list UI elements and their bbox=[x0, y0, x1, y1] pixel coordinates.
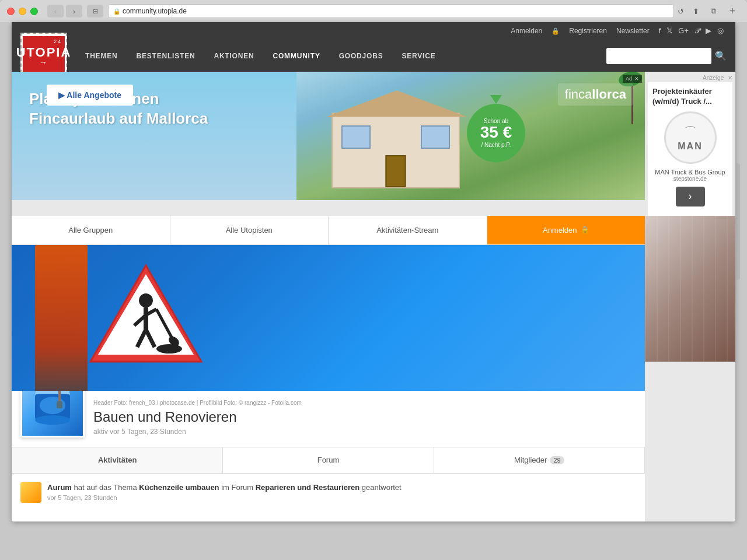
ad-label: Ad bbox=[626, 76, 632, 82]
tab-activity-stream[interactable]: Aktivitäten-Stream bbox=[329, 216, 487, 244]
price-bubble: Schon ab 35 € / Nacht p.P. bbox=[467, 95, 525, 162]
member-count-badge: 29 bbox=[550, 456, 564, 464]
sidebar-ad-x[interactable]: ✕ bbox=[728, 75, 732, 81]
activity-user: Aurum bbox=[47, 483, 72, 492]
close-button[interactable] bbox=[7, 8, 15, 15]
right-sidebar bbox=[645, 216, 735, 522]
tab-switcher[interactable]: ⊟ bbox=[87, 5, 103, 18]
browser-nav-buttons: ‹ › bbox=[47, 5, 82, 18]
tabs-bar: Alle Gruppen Alle Utopisten Aktivitäten-… bbox=[12, 216, 645, 245]
sidebar-ads-top: Anzeige ✕ Projekteinkäufer (w/m/d) Truck… bbox=[645, 72, 735, 216]
tabs-section: Alle Gruppen Alle Utopisten Aktivitäten-… bbox=[12, 216, 735, 522]
subtab-mitglieder[interactable]: Mitglieder 29 bbox=[434, 447, 644, 473]
scrollbar[interactable] bbox=[735, 163, 740, 280]
logo-inner: 24 UTOPIA → bbox=[23, 36, 65, 76]
nav-service[interactable]: SERVICE bbox=[392, 40, 445, 72]
person-figure bbox=[35, 245, 88, 391]
traffic-lights bbox=[7, 8, 38, 15]
activity-feed: Aurum hat auf das Thema Küchenzeile umba… bbox=[12, 475, 645, 522]
instagram-icon[interactable]: ◎ bbox=[717, 26, 724, 36]
main-nav: THEMEN BESTENLISTEN AKTIONEN COMMUNITY G… bbox=[76, 40, 606, 72]
activity-text: Aurum hat auf das Thema Küchenzeile umba… bbox=[47, 482, 402, 494]
ad-text-overlay: Plane jetzt Deinen Fincaurlaub auf Mallo… bbox=[29, 89, 208, 129]
security-icon: 🔒 bbox=[113, 8, 120, 15]
address-bar[interactable]: 🔒 community.utopia.de bbox=[108, 4, 674, 18]
sidebar-ad-title: Projekteinkäufer (w/m/d) Truck /... bbox=[652, 87, 728, 107]
website-wrapper: Anmelden 🔒 Registrieren Newsletter f 𝕏 G… bbox=[12, 22, 735, 522]
ad-banner[interactable]: Plane jetzt Deinen Fincaurlaub auf Mallo… bbox=[12, 72, 645, 200]
register-link[interactable]: Registrieren bbox=[569, 27, 607, 35]
logo-24: 24 bbox=[54, 38, 62, 44]
svg-point-10 bbox=[156, 344, 182, 354]
logo-arrow: → bbox=[39, 58, 48, 67]
back-button[interactable]: ‹ bbox=[47, 5, 64, 18]
youtube-icon[interactable]: ▶ bbox=[706, 26, 711, 36]
top-bar: Anmelden 🔒 Registrieren Newsletter f 𝕏 G… bbox=[12, 22, 735, 40]
social-icons: f 𝕏 G+ 𝒫 ▶ ◎ bbox=[659, 26, 724, 36]
search-input[interactable] bbox=[606, 48, 711, 64]
sidebar-ad-label: Anzeige ✕ bbox=[648, 75, 732, 81]
sidebar-ad-site: stepstone.de bbox=[652, 176, 728, 182]
activity-forum: Reparieren und Restaurieren bbox=[256, 483, 359, 492]
newsletter-link[interactable]: Newsletter bbox=[616, 27, 650, 35]
group-title: Bauen und Renovieren bbox=[93, 409, 636, 425]
sidebar-ad-company: MAN Truck & Bus Group bbox=[652, 169, 728, 176]
nav-community[interactable]: COMMUNITY bbox=[264, 40, 330, 72]
subtab-aktivitaeten[interactable]: Aktivitäten bbox=[12, 447, 223, 473]
house-door bbox=[385, 155, 406, 187]
activity-topic: Küchenzeile umbauen bbox=[139, 483, 219, 492]
price-circle: Schon ab 35 € / Nacht p.P. bbox=[467, 104, 525, 162]
sidebar-ad-next[interactable]: › bbox=[676, 187, 705, 206]
house-window-right bbox=[421, 125, 450, 149]
group-hero bbox=[12, 245, 645, 391]
svg-rect-16 bbox=[57, 401, 62, 408]
address-bar-area: 🔒 community.utopia.de ↺ bbox=[108, 4, 684, 18]
browser-actions: ⬆ ⧉ bbox=[689, 5, 720, 18]
man-logo-inner: ⌒ MAN bbox=[678, 124, 702, 152]
ad-section: Plane jetzt Deinen Fincaurlaub auf Mallo… bbox=[12, 72, 735, 216]
profile-section: Header Foto: french_03 / photocase.de | … bbox=[12, 391, 645, 446]
construction-sign bbox=[88, 262, 204, 367]
login-lock-icon: 🔒 bbox=[551, 27, 560, 35]
tab-lock-icon: 🔒 bbox=[581, 226, 589, 234]
activity-avatar bbox=[20, 482, 41, 503]
tab-all-groups[interactable]: Alle Gruppen bbox=[12, 216, 170, 244]
ad-close-icon[interactable]: ✕ bbox=[634, 76, 639, 82]
group-meta: aktiv vor 5 Tagen, 23 Stunden bbox=[93, 428, 636, 436]
man-logo: ⌒ MAN bbox=[664, 111, 717, 164]
sidebar-thumb-strip bbox=[645, 216, 735, 362]
svg-point-2 bbox=[139, 293, 153, 307]
reload-button[interactable]: ↺ bbox=[678, 7, 684, 16]
forward-button[interactable]: › bbox=[66, 5, 82, 18]
sidebar-ad-card: Projekteinkäufer (w/m/d) Truck /... ⌒ MA… bbox=[648, 82, 732, 216]
wood-texture bbox=[645, 216, 735, 362]
nav-aktionen[interactable]: AKTIONEN bbox=[204, 40, 263, 72]
sub-tabs: Aktivitäten Forum Mitglieder 29 bbox=[12, 447, 645, 474]
nav-goodjobs[interactable]: GOODJOBS bbox=[330, 40, 393, 72]
header: 24 UTOPIA → THEMEN BESTENLISTEN AKTIONEN… bbox=[12, 40, 735, 72]
tab-all-utopists[interactable]: Alle Utopisten bbox=[170, 216, 329, 244]
bubble-tail bbox=[490, 95, 502, 104]
tab-login[interactable]: Anmelden 🔒 bbox=[487, 216, 645, 244]
house-roof bbox=[327, 90, 467, 117]
nav-themen[interactable]: THEMEN bbox=[76, 40, 127, 72]
fullscreen-button[interactable]: ⧉ bbox=[706, 5, 720, 18]
maximize-button[interactable] bbox=[30, 8, 38, 15]
ad-brand-text: fincallorca bbox=[565, 87, 626, 102]
nav-bestenlisten[interactable]: BESTENLISTEN bbox=[127, 40, 204, 72]
subtab-forum[interactable]: Forum bbox=[223, 447, 434, 473]
activity-item: Aurum hat auf das Thema Küchenzeile umba… bbox=[20, 482, 636, 503]
minimize-button[interactable] bbox=[19, 8, 26, 15]
search-icon[interactable]: 🔍 bbox=[715, 50, 727, 61]
googleplus-icon[interactable]: G+ bbox=[678, 26, 689, 36]
search-area: 🔍 bbox=[606, 48, 727, 64]
facebook-icon[interactable]: f bbox=[659, 26, 661, 36]
share-button[interactable]: ⬆ bbox=[689, 5, 703, 18]
login-link[interactable]: Anmelden bbox=[511, 27, 542, 35]
activity-content: Aurum hat auf das Thema Küchenzeile umba… bbox=[47, 482, 402, 502]
pinterest-icon[interactable]: 𝒫 bbox=[694, 26, 700, 36]
twitter-icon[interactable]: 𝕏 bbox=[666, 26, 672, 36]
new-tab-button[interactable]: + bbox=[725, 5, 740, 18]
url-text: community.utopia.de bbox=[123, 7, 187, 15]
ad-cta-button[interactable]: ▶ Alle Angebote bbox=[47, 85, 133, 106]
